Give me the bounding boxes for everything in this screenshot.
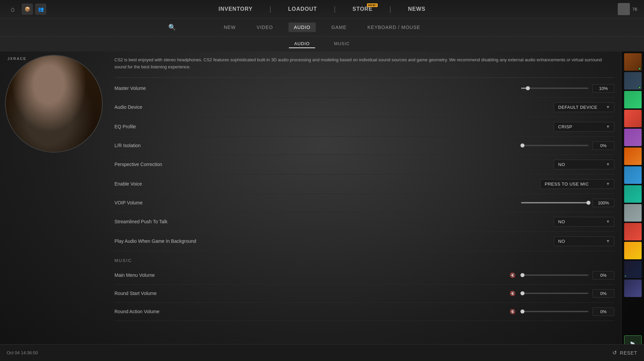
right-sidebar-viewers: ● 📡 7 bbox=[621, 52, 644, 361]
viewer-avatar-3[interactable] bbox=[624, 91, 642, 108]
tab-keyboard-mouse[interactable]: KEYBOARD / MOUSE bbox=[362, 23, 426, 32]
audio-sub-tabs: AUDIO MUSIC bbox=[0, 36, 644, 52]
mute-icon-round-start[interactable]: 🔇 bbox=[510, 291, 515, 296]
nav-inventory[interactable]: INVENTORY bbox=[215, 6, 256, 12]
search-icon[interactable]: 🔍 bbox=[168, 24, 176, 31]
setting-row-lr-isolation: L/R Isolation 0% bbox=[114, 137, 614, 155]
nav-right-area: 76 bbox=[618, 3, 637, 15]
viewer-avatar-4[interactable] bbox=[624, 110, 642, 127]
slider-thumb-master[interactable] bbox=[526, 86, 530, 90]
chevron-down-icon-bg: ▼ bbox=[606, 239, 610, 243]
label-voip-volume: VOIP Volume bbox=[114, 200, 189, 205]
tab-new[interactable]: NEW bbox=[218, 23, 241, 32]
nav-store[interactable]: STORE NEW! bbox=[349, 6, 376, 12]
inventory-icon-btn[interactable]: 📦 bbox=[22, 4, 33, 14]
control-voip-volume: 100% bbox=[521, 199, 614, 207]
label-push-to-talk: Streamlined Push To Talk bbox=[114, 219, 189, 224]
dropdown-perspective[interactable]: NO ▼ bbox=[554, 160, 614, 169]
label-enable-voice: Enable Voice bbox=[114, 181, 189, 187]
settings-category-tabs: 🔍 NEW VIDEO AUDIO GAME KEYBOARD / MOUSE bbox=[0, 19, 644, 36]
control-round-start-vol: 🔇 0% bbox=[510, 289, 614, 298]
nav-loadout[interactable]: LOADOUT bbox=[285, 6, 320, 12]
value-bg-audio: NO bbox=[558, 239, 565, 244]
viewer-avatar-7[interactable] bbox=[624, 166, 642, 184]
slider-round-action-vol[interactable] bbox=[521, 311, 588, 312]
tab-audio[interactable]: AUDIO bbox=[289, 23, 316, 32]
online-dot-1 bbox=[638, 67, 641, 70]
viewer-avatar-10[interactable] bbox=[624, 223, 642, 240]
dropdown-push-to-talk[interactable]: NO ▼ bbox=[554, 217, 614, 227]
label-audio-device: Audio Device bbox=[114, 104, 189, 110]
mute-icon-round-action[interactable]: 🔇 bbox=[510, 309, 515, 314]
viewer-avatar-9[interactable] bbox=[624, 204, 642, 222]
control-main-menu-vol: 🔇 0% bbox=[510, 271, 614, 280]
label-perspective: Perspective Correction bbox=[114, 162, 189, 167]
slider-thumb-main-menu[interactable] bbox=[520, 273, 524, 277]
viewer-avatar-8[interactable] bbox=[624, 185, 642, 203]
slider-main-menu-vol[interactable] bbox=[521, 274, 588, 276]
value-round-action-vol: 0% bbox=[592, 307, 614, 316]
label-main-menu-vol: Main Menu Volume bbox=[114, 272, 189, 278]
webcam-feed bbox=[6, 56, 102, 152]
value-master-volume: 10% bbox=[592, 84, 614, 93]
viewer-avatar-12[interactable]: ● bbox=[624, 261, 642, 278]
viewer-avatar-5[interactable] bbox=[624, 129, 642, 146]
slider-voip-volume[interactable] bbox=[521, 202, 588, 203]
value-lr-isolation: 0% bbox=[592, 141, 614, 150]
dropdown-bg-audio[interactable]: NO ▼ bbox=[554, 236, 614, 246]
dropdown-eq-profile[interactable]: CRISP ▼ bbox=[554, 122, 614, 132]
chevron-down-icon-perspective: ▼ bbox=[606, 162, 610, 167]
chevron-down-icon-voice: ▼ bbox=[606, 182, 610, 186]
slider-fill-voip bbox=[521, 202, 588, 203]
label-master-volume: Master Volume bbox=[114, 86, 189, 91]
bottom-bar: Oct 04 14:36:50 ↺ RESET bbox=[0, 344, 644, 361]
nav-icon-group: 📦 👥 bbox=[22, 4, 46, 14]
slider-thumb-voip[interactable] bbox=[586, 201, 590, 205]
label-bg-audio: Play Audio When Game In Background bbox=[114, 238, 196, 244]
label-round-action-vol: Round Action Volume bbox=[114, 309, 189, 314]
player-avatar[interactable] bbox=[618, 3, 630, 15]
subtab-music[interactable]: MUSIC bbox=[329, 40, 355, 48]
slider-thumb-round-start[interactable] bbox=[520, 291, 524, 295]
subtab-audio[interactable]: AUDIO bbox=[289, 40, 315, 48]
nav-sep-1: | bbox=[269, 5, 271, 13]
slider-round-start-vol[interactable] bbox=[521, 293, 588, 294]
slider-thumb-lr[interactable] bbox=[520, 143, 524, 147]
value-enable-voice: PRESS TO USE MIC bbox=[545, 182, 589, 187]
tab-game[interactable]: GAME bbox=[326, 23, 352, 32]
tab-video[interactable]: VIDEO bbox=[251, 23, 278, 32]
mute-icon-main[interactable]: 🔇 bbox=[510, 272, 515, 278]
slider-master-volume[interactable] bbox=[521, 88, 588, 89]
label-lr-isolation: L/R Isolation bbox=[114, 143, 189, 148]
settings-panel: CS2 is best enjoyed with stereo headphon… bbox=[108, 52, 621, 361]
main-content: JXRACE CS2 is best enjoyed with stereo h… bbox=[0, 52, 644, 361]
viewer-avatar-2[interactable] bbox=[624, 72, 642, 90]
control-eq-profile: CRISP ▼ bbox=[554, 122, 614, 132]
viewer-avatar-13[interactable] bbox=[624, 280, 642, 297]
chevron-down-icon-eq: ▼ bbox=[606, 124, 610, 129]
viewer-avatar-6[interactable] bbox=[624, 147, 642, 165]
player-count: 76 bbox=[633, 7, 637, 12]
setting-row-round-action-vol: Round Action Volume 🔇 0% bbox=[114, 303, 614, 321]
setting-row-voip-volume: VOIP Volume 100% bbox=[114, 194, 614, 212]
home-button[interactable]: ⌂ bbox=[7, 3, 19, 15]
nav-news[interactable]: NEWS bbox=[405, 6, 429, 12]
store-new-badge: NEW! bbox=[367, 3, 377, 7]
viewer-avatar-11[interactable] bbox=[624, 242, 642, 259]
webcam-brand-label: JXRACE bbox=[7, 57, 27, 61]
webcam-area: JXRACE bbox=[0, 52, 108, 361]
slider-thumb-round-action[interactable] bbox=[520, 309, 524, 314]
control-round-action-vol: 🔇 0% bbox=[510, 307, 614, 316]
dropdown-enable-voice[interactable]: PRESS TO USE MIC ▼ bbox=[540, 179, 614, 189]
value-main-menu-vol: 0% bbox=[592, 271, 614, 280]
online-dot-2 bbox=[638, 86, 641, 89]
setting-row-bg-audio: Play Audio When Game In Background NO ▼ bbox=[114, 232, 614, 251]
dropdown-audio-device[interactable]: DEFAULT DEVICE ▼ bbox=[554, 102, 614, 112]
viewer-avatar-1[interactable] bbox=[624, 53, 642, 71]
webcam-circle bbox=[5, 55, 103, 153]
reset-button[interactable]: ↺ RESET bbox=[612, 350, 637, 356]
setting-row-master-volume: Master Volume 10% bbox=[114, 79, 614, 98]
friends-icon-btn[interactable]: 👥 bbox=[35, 4, 46, 14]
setting-row-perspective: Perspective Correction NO ▼ bbox=[114, 155, 614, 174]
slider-lr-isolation[interactable] bbox=[521, 145, 588, 146]
